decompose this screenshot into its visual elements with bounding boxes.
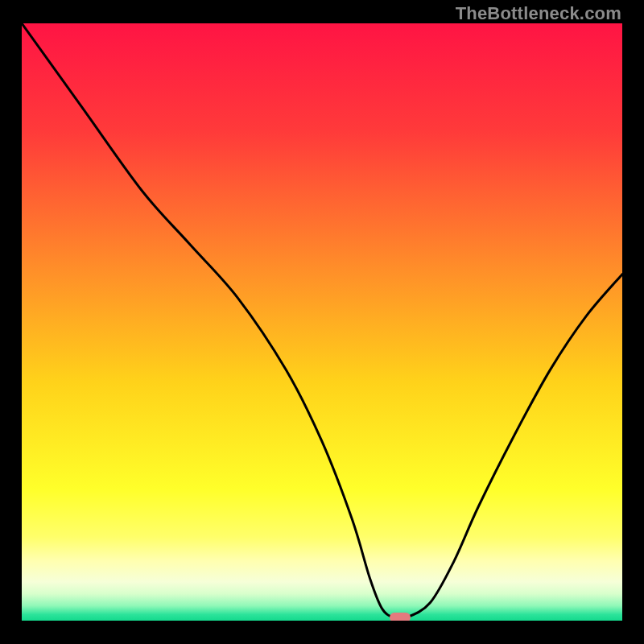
optimal-marker xyxy=(390,613,411,621)
watermark-text: TheBottleneck.com xyxy=(456,3,621,24)
plot-area xyxy=(22,23,622,621)
chart-frame: TheBottleneck.com xyxy=(0,0,644,644)
svg-rect-0 xyxy=(22,23,622,621)
background-gradient xyxy=(22,23,622,621)
